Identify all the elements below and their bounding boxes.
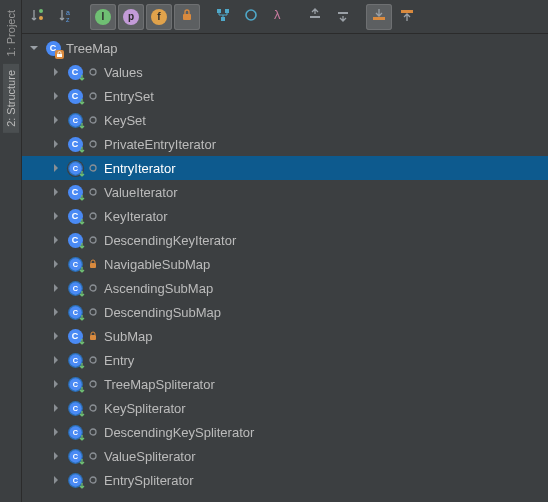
svg-point-29 — [90, 405, 96, 411]
svg-point-18 — [90, 141, 96, 147]
svg-rect-13 — [401, 10, 413, 13]
tree-node-label: DescendingKeySpliterator — [104, 425, 254, 440]
toolbar-show-interfaces[interactable]: I — [90, 4, 116, 30]
expand-arrow-icon[interactable] — [48, 352, 64, 368]
sidebar-tab-structure[interactable]: 2: Structure — [3, 64, 19, 133]
expand-arrow-icon[interactable] — [48, 472, 64, 488]
visibility-icon — [88, 139, 98, 149]
tree-node-label: EntryIterator — [104, 161, 176, 176]
svg-text:a: a — [66, 9, 70, 16]
class-icon: C — [66, 375, 84, 393]
svg-point-32 — [90, 477, 96, 483]
toolbar-autoscroll-source[interactable] — [366, 4, 392, 30]
expand-arrow-icon[interactable] — [48, 88, 64, 104]
tree-node[interactable]: CPrivateEntryIterator — [22, 132, 548, 156]
expand-arrow-icon[interactable] — [48, 64, 64, 80]
class-icon: C — [66, 159, 84, 177]
expand-arrow-icon[interactable] — [48, 328, 64, 344]
tree-node[interactable]: CDescendingSubMap — [22, 300, 548, 324]
tree-node-label: KeySpliterator — [104, 401, 186, 416]
expand-all-icon — [307, 7, 323, 26]
expand-arrow-icon[interactable] — [48, 208, 64, 224]
show-anonymous-icon — [243, 7, 259, 26]
structure-panel: azIpfλ CTreeMapCValuesCEntrySetCKeySetCP… — [22, 0, 548, 502]
tree-node-label: TreeMap — [66, 41, 118, 56]
expand-arrow-icon[interactable] — [48, 136, 64, 152]
tree-node-label: DescendingSubMap — [104, 305, 221, 320]
svg-rect-11 — [338, 12, 348, 14]
tree-node[interactable]: CEntry — [22, 348, 548, 372]
tree-node-label: TreeMapSpliterator — [104, 377, 215, 392]
sidebar-tab-project[interactable]: 1: Project — [3, 4, 19, 62]
toolbar-autoscroll-from[interactable] — [394, 4, 420, 30]
expand-arrow-icon[interactable] — [48, 376, 64, 392]
visibility-icon — [88, 91, 98, 101]
tree-node-label: ValueIterator — [104, 185, 177, 200]
tree-node[interactable]: CNavigableSubMap — [22, 252, 548, 276]
lock-icon — [88, 331, 98, 341]
expand-arrow-icon[interactable] — [48, 424, 64, 440]
expand-arrow-icon[interactable] — [48, 400, 64, 416]
tree-node[interactable]: CDescendingKeySpliterator — [22, 420, 548, 444]
toolbar-show-fields[interactable]: f — [146, 4, 172, 30]
visibility-icon — [88, 283, 98, 293]
tree-node[interactable]: CKeyIterator — [22, 204, 548, 228]
svg-rect-26 — [90, 335, 96, 340]
svg-point-31 — [90, 453, 96, 459]
structure-tree[interactable]: CTreeMapCValuesCEntrySetCKeySetCPrivateE… — [22, 34, 548, 502]
tree-node[interactable]: CValueSpliterator — [22, 444, 548, 468]
expand-arrow-icon[interactable] — [26, 40, 42, 56]
expand-arrow-icon[interactable] — [48, 448, 64, 464]
svg-rect-23 — [90, 263, 96, 268]
expand-arrow-icon[interactable] — [48, 304, 64, 320]
toolbar-show-inherited[interactable] — [210, 4, 236, 30]
class-icon: C — [66, 63, 84, 81]
tree-node[interactable]: CValues — [22, 60, 548, 84]
toolbar-sort-visibility[interactable] — [26, 4, 52, 30]
class-icon: C — [66, 231, 84, 249]
svg-point-20 — [90, 189, 96, 195]
svg-rect-6 — [225, 9, 229, 13]
expand-arrow-icon[interactable] — [48, 112, 64, 128]
expand-arrow-icon[interactable] — [48, 184, 64, 200]
svg-point-15 — [90, 69, 96, 75]
tree-root[interactable]: CTreeMap — [22, 36, 548, 60]
toolbar-sort-alpha[interactable]: az — [54, 4, 80, 30]
class-icon: C — [44, 39, 62, 57]
toolbar-show-properties[interactable]: p — [118, 4, 144, 30]
expand-arrow-icon[interactable] — [48, 256, 64, 272]
expand-arrow-icon[interactable] — [48, 280, 64, 296]
tree-node[interactable]: CEntryIterator — [22, 156, 548, 180]
tree-node[interactable]: CAscendingSubMap — [22, 276, 548, 300]
toolbar-show-locks[interactable] — [174, 4, 200, 30]
svg-rect-12 — [373, 17, 385, 20]
svg-rect-5 — [217, 9, 221, 13]
class-icon: C — [66, 255, 84, 273]
svg-point-22 — [90, 237, 96, 243]
tree-node[interactable]: CKeySet — [22, 108, 548, 132]
tree-node[interactable]: CEntrySet — [22, 84, 548, 108]
tree-node[interactable]: CValueIterator — [22, 180, 548, 204]
svg-point-1 — [39, 16, 43, 20]
expand-arrow-icon[interactable] — [48, 160, 64, 176]
tree-node[interactable]: CTreeMapSpliterator — [22, 372, 548, 396]
svg-point-8 — [246, 10, 256, 20]
toolbar-show-anonymous[interactable] — [238, 4, 264, 30]
tree-node[interactable]: CSubMap — [22, 324, 548, 348]
toolbar-expand-all[interactable] — [302, 4, 328, 30]
class-icon: C — [66, 423, 84, 441]
tree-node[interactable]: CKeySpliterator — [22, 396, 548, 420]
tree-node[interactable]: CDescendingKeyIterator — [22, 228, 548, 252]
class-icon: C — [66, 327, 84, 345]
class-icon: C — [66, 207, 84, 225]
class-icon: C — [66, 351, 84, 369]
visibility-icon — [88, 235, 98, 245]
expand-arrow-icon[interactable] — [48, 232, 64, 248]
toolbar-show-lambda[interactable]: λ — [266, 4, 292, 30]
tree-node[interactable]: CEntrySpliterator — [22, 468, 548, 492]
tree-node-label: PrivateEntryIterator — [104, 137, 216, 152]
class-icon: C — [66, 471, 84, 489]
visibility-icon — [88, 211, 98, 221]
visibility-icon — [88, 163, 98, 173]
toolbar-collapse-all[interactable] — [330, 4, 356, 30]
